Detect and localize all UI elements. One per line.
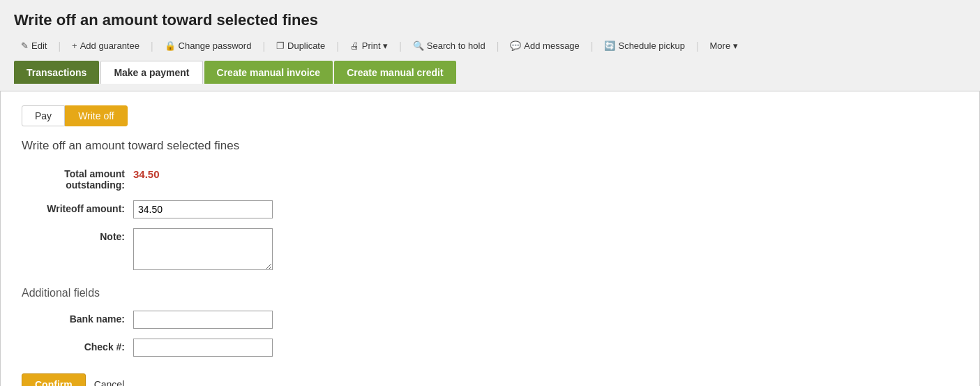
- writeoff-amount-row: Writeoff amount:: [22, 200, 958, 218]
- note-row: Note:: [22, 228, 958, 270]
- total-amount-row: Total amount outstanding: 34.50: [22, 165, 958, 191]
- additional-fields-title: Additional fields: [22, 287, 958, 299]
- more-button[interactable]: More ▾: [703, 38, 745, 54]
- writeoff-tab[interactable]: Write off: [65, 105, 128, 126]
- search-icon: 🔍: [413, 40, 424, 51]
- pay-writeoff-tabs: Pay Write off: [22, 105, 958, 126]
- writeoff-amount-input[interactable]: [133, 200, 273, 218]
- lock-icon: 🔒: [165, 40, 176, 51]
- add-message-button[interactable]: 💬 Add message: [503, 38, 587, 54]
- total-amount-label: Total amount outstanding:: [22, 165, 133, 191]
- schedule-pickup-button[interactable]: 🔄 Schedule pickup: [597, 38, 691, 54]
- page-title: Write off an amount toward selected fine…: [14, 11, 966, 29]
- print-icon: 🖨: [350, 40, 359, 51]
- check-label: Check #:: [22, 339, 133, 352]
- message-icon: 💬: [510, 40, 521, 51]
- check-row: Check #:: [22, 339, 958, 357]
- confirm-button[interactable]: Confirm: [22, 373, 86, 386]
- cancel-button[interactable]: Cancel: [94, 379, 125, 386]
- bank-name-row: Bank name:: [22, 311, 958, 329]
- tab-transactions[interactable]: Transactions: [14, 61, 99, 84]
- add-guarantee-button[interactable]: + Add guarantee: [65, 38, 146, 54]
- pay-tab[interactable]: Pay: [22, 105, 65, 126]
- edit-icon: ✎: [21, 40, 29, 51]
- writeoff-amount-label: Writeoff amount:: [22, 200, 133, 214]
- toolbar: ✎ Edit | + Add guarantee | 🔒 Change pass…: [14, 38, 966, 61]
- pickup-icon: 🔄: [604, 40, 615, 51]
- check-input[interactable]: [133, 339, 273, 357]
- note-input[interactable]: [133, 228, 273, 270]
- print-button[interactable]: 🖨 Print ▾: [343, 38, 395, 54]
- main-content: Pay Write off Write off an amount toward…: [0, 91, 980, 386]
- tab-create-credit[interactable]: Create manual credit: [334, 61, 456, 84]
- bank-name-label: Bank name:: [22, 311, 133, 325]
- edit-button[interactable]: ✎ Edit: [14, 38, 54, 54]
- duplicate-icon: ❐: [276, 40, 285, 51]
- tab-create-invoice[interactable]: Create manual invoice: [204, 61, 333, 84]
- bank-name-input[interactable]: [133, 311, 273, 329]
- duplicate-button[interactable]: ❐ Duplicate: [269, 38, 332, 54]
- change-password-button[interactable]: 🔒 Change password: [158, 38, 259, 54]
- plus-icon: +: [72, 40, 77, 51]
- search-to-hold-button[interactable]: 🔍 Search to hold: [406, 38, 492, 54]
- confirm-row: Confirm Cancel: [22, 373, 958, 386]
- tab-make-payment[interactable]: Make a payment: [100, 61, 202, 84]
- tab-bar: Transactions Make a payment Create manua…: [14, 61, 966, 84]
- section-title: Write off an amount toward selected fine…: [22, 139, 958, 153]
- total-amount-value: 34.50: [133, 165, 160, 180]
- note-label: Note:: [22, 228, 133, 242]
